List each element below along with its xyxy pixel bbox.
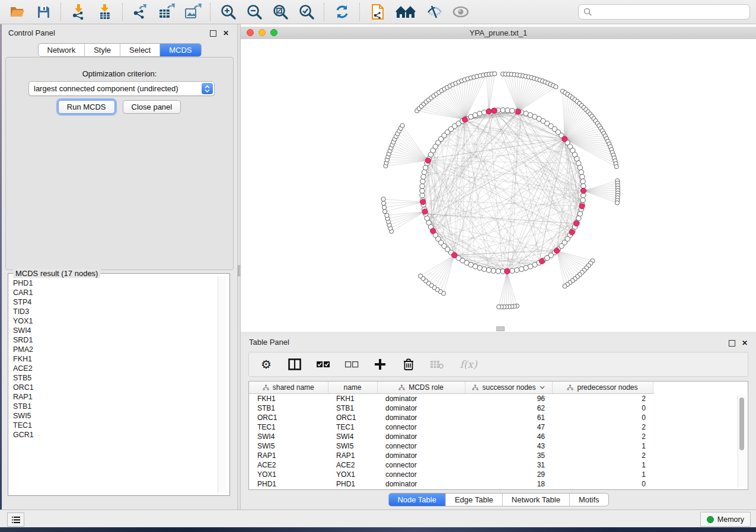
memory-button[interactable]: Memory <box>700 512 751 527</box>
list-item[interactable]: PHD1 <box>9 278 218 288</box>
float-table-panel-icon[interactable] <box>728 339 736 347</box>
float-panel-icon[interactable] <box>209 29 217 37</box>
list-item[interactable]: RAP1 <box>9 392 218 402</box>
column-header-name[interactable]: name <box>328 382 377 394</box>
close-panel-icon[interactable]: ✕ <box>222 29 230 37</box>
list-item[interactable]: SWI4 <box>9 326 218 335</box>
save-session-icon[interactable] <box>34 3 52 21</box>
add-column-icon[interactable] <box>372 357 388 372</box>
table-cell: 1 <box>552 460 653 470</box>
table-cell: 2 <box>552 422 653 432</box>
run-mcds-button[interactable]: Run MCDS <box>58 100 115 114</box>
table-scrollbar[interactable] <box>738 395 746 488</box>
table-row[interactable]: TEC1TEC1connector472 <box>249 422 748 432</box>
export-image-icon[interactable] <box>184 3 202 21</box>
table-row[interactable]: PHD1PHD1dominator180 <box>249 479 748 489</box>
tab-mcds[interactable]: MCDS <box>160 44 200 56</box>
zoom-in-icon[interactable] <box>219 3 237 21</box>
table-cell: ACE2 <box>328 460 377 470</box>
export-network-icon[interactable] <box>132 3 149 21</box>
table-row[interactable]: RAP1RAP1dominator352 <box>249 451 748 460</box>
tab-motifs[interactable]: Motifs <box>570 493 608 506</box>
list-item[interactable]: YOX1 <box>9 316 218 326</box>
table-row[interactable]: FKH1FKH1dominator962 <box>249 394 748 404</box>
column-header-shared-name[interactable]: shared name <box>249 382 328 394</box>
delete-column-trash-icon[interactable] <box>401 357 416 372</box>
table-row[interactable]: SWI4SWI4dominator462 <box>249 432 748 441</box>
network-titlebar[interactable]: YPA_prune.txt_1 <box>241 27 756 40</box>
table-row[interactable]: YOX1YOX1connector291 <box>249 470 748 479</box>
table-cell <box>653 451 748 460</box>
table-cell <box>653 479 748 489</box>
list-item[interactable]: STB5 <box>9 373 218 383</box>
column-header-successor-nodes[interactable]: successor nodes <box>465 382 552 394</box>
list-item[interactable]: TEC1 <box>9 421 218 430</box>
list-item[interactable]: FKH1 <box>9 354 218 364</box>
search-field[interactable] <box>578 4 750 20</box>
list-item[interactable]: TID3 <box>9 307 218 316</box>
table-row[interactable]: STB1STB1dominator620 <box>249 403 748 413</box>
table-row[interactable]: SWI5SWI5connector431 <box>249 441 748 451</box>
list-item[interactable]: STP4 <box>9 297 218 307</box>
table-cell: ORC1 <box>328 413 377 422</box>
share-document-icon[interactable] <box>369 3 387 21</box>
tab-node-table[interactable]: Node Table <box>388 493 446 506</box>
import-table-icon[interactable] <box>96 3 114 21</box>
table-scrollbar-thumb[interactable] <box>739 398 744 450</box>
list-item[interactable]: STB1 <box>9 402 218 411</box>
criterion-selected-value: largest connected component (undirected) <box>29 84 202 93</box>
list-item[interactable]: SRD1 <box>9 335 218 345</box>
refresh-layout-icon[interactable] <box>333 3 351 21</box>
zoom-fit-icon[interactable] <box>272 3 289 21</box>
table-cell: SWI5 <box>249 441 328 451</box>
criterion-select[interactable]: largest connected component (undirected) <box>28 81 215 96</box>
zoom-out-icon[interactable] <box>245 3 263 21</box>
list-item[interactable]: CAR1 <box>9 288 218 297</box>
show-eye-icon[interactable] <box>452 3 470 21</box>
deselect-all-icon[interactable] <box>344 357 359 372</box>
table-settings-gear-icon[interactable]: ⚙ <box>259 357 274 372</box>
tab-style[interactable]: Style <box>85 44 120 56</box>
list-item[interactable]: ACE2 <box>9 364 218 373</box>
table-cell: connector <box>377 422 465 432</box>
tab-network-table[interactable]: Network Table <box>503 493 570 506</box>
table-cell: 1 <box>552 470 653 479</box>
result-scrollbar[interactable] <box>218 276 226 493</box>
open-session-icon[interactable] <box>8 3 26 21</box>
minimize-window-icon[interactable] <box>259 29 266 36</box>
table-row[interactable]: ACE2ACE2connector311 <box>249 460 748 470</box>
table-row[interactable]: ORC1ORC1dominator610 <box>249 413 748 422</box>
column-header-predecessor-nodes[interactable]: predecessor nodes <box>552 382 653 394</box>
table-header-row: shared namenameMCDS rolesuccessor nodesp… <box>249 382 748 394</box>
table-cell: 0 <box>552 403 653 413</box>
table-cell: dominator <box>377 479 465 489</box>
select-all-icon[interactable] <box>315 357 331 372</box>
task-history-button[interactable] <box>7 512 24 527</box>
tab-network[interactable]: Network <box>38 44 85 56</box>
list-item[interactable]: GCR1 <box>9 430 218 440</box>
tab-select[interactable]: Select <box>120 44 160 56</box>
network-canvas[interactable] <box>241 39 756 332</box>
node-table-grid[interactable]: shared namenameMCDS rolesuccessor nodesp… <box>249 382 748 489</box>
control-panel-title: Control Panel <box>8 28 55 37</box>
column-header-MCDS-role[interactable]: MCDS role <box>377 382 465 394</box>
horizontal-splitter-grip[interactable] <box>496 326 505 331</box>
search-input[interactable] <box>595 7 745 17</box>
close-table-panel-icon[interactable]: ✕ <box>741 339 749 347</box>
home-search-icon[interactable] <box>395 3 417 21</box>
list-item[interactable]: PMA2 <box>9 345 218 354</box>
zoom-selected-icon[interactable] <box>298 3 315 21</box>
mcds-result-box: MCDS result (17 nodes) PHD1CAR1STP4TID3Y… <box>8 273 230 496</box>
table-cell: 31 <box>465 460 552 470</box>
list-item[interactable]: SWI5 <box>9 411 218 421</box>
maximize-window-icon[interactable] <box>270 29 277 36</box>
close-window-icon[interactable] <box>247 29 254 36</box>
list-item[interactable]: ORC1 <box>9 383 218 392</box>
table-cell: 35 <box>465 451 552 460</box>
show-columns-icon[interactable] <box>287 357 302 372</box>
import-network-icon[interactable] <box>70 3 88 21</box>
hide-eye-icon[interactable] <box>426 3 444 21</box>
close-panel-button[interactable]: Close panel <box>123 100 181 114</box>
tab-edge-table[interactable]: Edge Table <box>446 493 503 506</box>
export-table-icon[interactable] <box>158 3 176 21</box>
